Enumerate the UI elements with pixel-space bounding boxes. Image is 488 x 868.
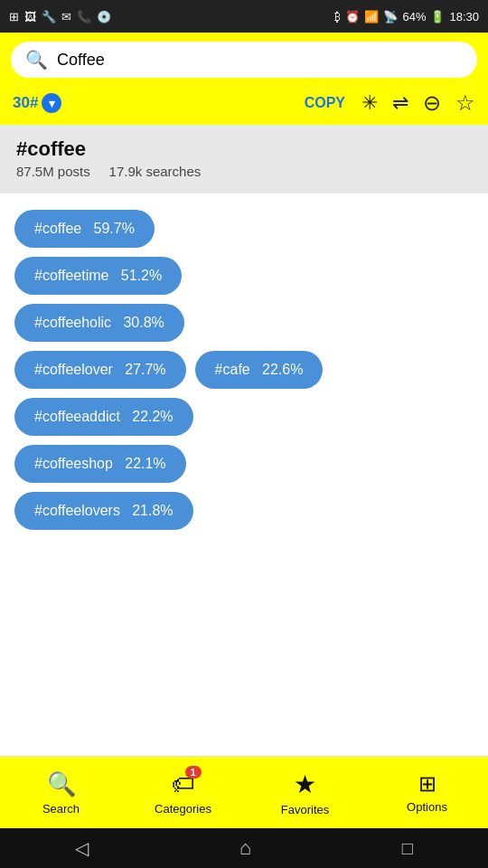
battery-label: 64%	[402, 10, 426, 24]
tag-row-5: #coffeeaddict 22.2%	[14, 398, 474, 436]
search-input-wrap[interactable]: 🔍 Coffee	[11, 42, 477, 78]
wifi-icon: 📶	[364, 10, 379, 24]
tag-coffee[interactable]: #coffee 59.7%	[14, 210, 155, 248]
star-icon[interactable]: ☆	[455, 90, 475, 116]
status-icons-left: ⊞ 🖼 🔧 ✉ 📞 💿	[9, 10, 111, 24]
nav-item-search[interactable]: 🔍 Search	[0, 757, 122, 828]
app-icon-4: ✉	[61, 10, 71, 24]
tag-row-6: #coffeeshop 22.1%	[14, 445, 474, 483]
tag-coffeeaddict[interactable]: #coffeeaddict 22.2%	[14, 398, 193, 436]
tag-row-3: #coffeeholic 30.8%	[14, 304, 474, 342]
android-nav-bar: ◁ ⌂ □	[0, 828, 488, 868]
app-icon-3: 🔧	[42, 10, 56, 24]
tag-cafe[interactable]: #cafe 22.6%	[195, 351, 324, 389]
nav-categories-label: Categories	[155, 802, 211, 816]
nav-categories-badge: 1	[185, 766, 202, 778]
dropdown-arrow-button[interactable]: ▾	[42, 93, 61, 113]
hashtag-meta: 87.5M posts 17.9k searches	[16, 164, 472, 179]
app-icon-5: 📞	[77, 10, 91, 24]
status-bar: ⊞ 🖼 🔧 ✉ 📞 💿 ₿ ⏰ 📶 📡 64% 🔋 18:30	[0, 0, 488, 33]
tag-coffeeholic[interactable]: #coffeeholic 30.8%	[14, 304, 184, 342]
nav-search-icon: 🔍	[47, 770, 76, 798]
bottom-nav: 🔍 Search 🏷 1 Categories ★ Favorites ⊞ Op…	[0, 756, 488, 828]
toolbar: 30# ▾ COPY ✳ ⇌ ⊖ ☆	[0, 87, 488, 125]
meta-separator	[94, 164, 106, 179]
searches-count: 17.9k searches	[109, 164, 202, 179]
android-back-button[interactable]: ◁	[75, 837, 89, 859]
tag-coffeetime[interactable]: #coffeetime 51.2%	[14, 257, 182, 295]
hashtag-count[interactable]: 30# ▾	[13, 93, 61, 113]
hashtag-header: #coffee 87.5M posts 17.9k searches	[0, 125, 488, 193]
copy-button[interactable]: COPY	[305, 95, 345, 111]
tag-coffeelovers[interactable]: #coffeelovers 21.8%	[14, 492, 193, 530]
tag-coffeeshop[interactable]: #coffeeshop 22.1%	[14, 445, 186, 483]
signal-icon: 📡	[383, 10, 398, 24]
tag-coffeelover[interactable]: #coffeelover 27.7%	[14, 351, 186, 389]
count-label: 30#	[13, 94, 38, 112]
sparkle-icon[interactable]: ✳	[361, 91, 378, 115]
bluetooth-icon: ₿	[334, 10, 341, 24]
toolbar-action-icons: ✳ ⇌ ⊖ ☆	[361, 90, 475, 116]
tags-area: #coffee 59.7% #coffeetime 51.2% #coffeeh…	[0, 193, 488, 756]
app-icon-6: 💿	[97, 10, 111, 24]
nav-item-favorites[interactable]: ★ Favorites	[244, 757, 366, 828]
tag-row-7: #coffeelovers 21.8%	[14, 492, 474, 530]
nav-item-options[interactable]: ⊞ Options	[366, 757, 488, 828]
tag-row-2: #coffeetime 51.2%	[14, 257, 474, 295]
clock-icon: ⏰	[345, 10, 360, 24]
search-input[interactable]: Coffee	[57, 51, 463, 70]
nav-options-label: Options	[407, 800, 447, 814]
nav-options-icon: ⊞	[418, 771, 436, 797]
app-icon-2: 🖼	[24, 10, 36, 24]
android-home-button[interactable]: ⌂	[239, 836, 251, 860]
tag-row-4: #coffeelover 27.7% #cafe 22.6%	[14, 351, 474, 389]
minus-circle-icon[interactable]: ⊖	[423, 90, 441, 116]
nav-favorites-icon: ★	[294, 769, 316, 799]
search-icon: 🔍	[25, 49, 48, 71]
nav-item-categories[interactable]: 🏷 1 Categories	[122, 757, 244, 828]
tag-row-1: #coffee 59.7%	[14, 210, 474, 248]
hashtag-title: #coffee	[16, 137, 472, 161]
status-icons-right: ₿ ⏰ 📶 📡 64% 🔋 18:30	[334, 10, 479, 24]
time-display: 18:30	[449, 10, 479, 24]
android-recent-button[interactable]: □	[402, 838, 413, 859]
app-icon-1: ⊞	[9, 10, 19, 24]
search-bar-container: 🔍 Coffee	[0, 33, 488, 87]
shuffle-icon[interactable]: ⇌	[392, 91, 408, 115]
posts-count: 87.5M posts	[16, 164, 90, 179]
nav-search-label: Search	[42, 802, 80, 816]
nav-favorites-label: Favorites	[281, 803, 329, 816]
battery-icon: 🔋	[430, 10, 445, 24]
